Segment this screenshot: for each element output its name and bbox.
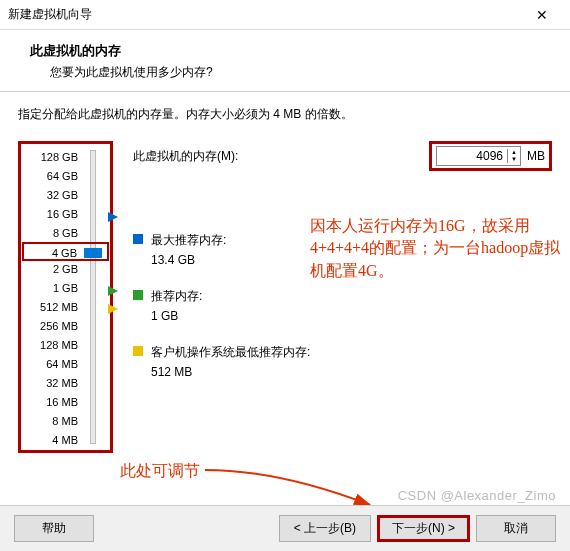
green-square-icon [133, 290, 143, 300]
spin-up-icon[interactable]: ▲ [508, 149, 520, 156]
annotation-config: 因本人运行内存为16G，故采用4+4+4+4的配置；为一台hadoop虚拟机配置… [310, 215, 570, 282]
annotation-adjust: 此处可调节 [120, 460, 200, 482]
close-icon[interactable]: ✕ [522, 7, 562, 23]
max-rec-label: 最大推荐内存: [151, 231, 226, 249]
tick-32mb: 32 MB [23, 374, 108, 393]
min-recommendation: 客户机操作系统最低推荐内存: 512 MB [133, 343, 552, 381]
tick-128mb: 128 MB [23, 336, 108, 355]
tick-64gb: 64 GB [23, 167, 108, 186]
tick-2gb: 2 GB [23, 260, 108, 279]
page-subtitle: 您要为此虚拟机使用多少内存? [50, 64, 540, 81]
memory-label: 此虚拟机的内存(M): [133, 148, 429, 165]
tick-8mb: 8 MB [23, 412, 108, 431]
memory-input[interactable]: ▲ ▼ [436, 146, 521, 166]
spin-down-icon[interactable]: ▼ [508, 156, 520, 163]
min-marker-icon [108, 304, 118, 314]
tick-256mb: 256 MB [23, 317, 108, 336]
blue-square-icon [133, 234, 143, 244]
back-button[interactable]: < 上一步(B) [279, 515, 371, 542]
rec-label: 推荐内存: [151, 287, 202, 305]
memory-details: 此虚拟机的内存(M): ▲ ▼ MB 最大推荐内存: [133, 141, 552, 453]
tick-32gb: 32 GB [23, 186, 108, 205]
footer: 帮助 < 上一步(B) 下一步(N) > 取消 [0, 505, 570, 551]
slider-ticks: 128 GB 64 GB 32 GB 16 GB 8 GB 4 GB 2 GB … [23, 148, 108, 450]
yellow-square-icon [133, 346, 143, 356]
rec-value: 1 GB [151, 307, 202, 325]
help-button[interactable]: 帮助 [14, 515, 94, 542]
min-rec-label: 客户机操作系统最低推荐内存: [151, 343, 310, 361]
page-title: 此虚拟机的内存 [30, 42, 540, 60]
tick-4mb: 4 MB [23, 431, 108, 450]
wizard-header: 此虚拟机的内存 您要为此虚拟机使用多少内存? [0, 30, 570, 92]
watermark: CSDN @Alexander_Zimo [398, 488, 556, 503]
memory-slider[interactable]: 128 GB 64 GB 32 GB 16 GB 8 GB 4 GB 2 GB … [18, 141, 113, 453]
tick-64mb: 64 MB [23, 355, 108, 374]
memory-field[interactable] [437, 147, 507, 165]
window-title: 新建虚拟机向导 [8, 6, 522, 23]
memory-spinner[interactable]: ▲ ▼ [507, 149, 520, 163]
memory-slider-column: 128 GB 64 GB 32 GB 16 GB 8 GB 4 GB 2 GB … [18, 141, 113, 453]
tick-8gb: 8 GB [23, 224, 108, 243]
memory-unit: MB [527, 149, 545, 163]
tick-128gb: 128 GB [23, 148, 108, 167]
max-marker-icon [108, 212, 118, 222]
max-rec-value: 13.4 GB [151, 251, 226, 269]
min-rec-value: 512 MB [151, 363, 310, 381]
tick-512mb: 512 MB [23, 298, 108, 317]
tick-1gb: 1 GB [23, 279, 108, 298]
titlebar: 新建虚拟机向导 ✕ [0, 0, 570, 30]
cancel-button[interactable]: 取消 [476, 515, 556, 542]
arrow-icon [200, 460, 400, 510]
rec-marker-icon [108, 286, 118, 296]
instruction-text: 指定分配给此虚拟机的内存量。内存大小必须为 4 MB 的倍数。 [18, 106, 552, 123]
recommendation: 推荐内存: 1 GB [133, 287, 552, 325]
next-button[interactable]: 下一步(N) > [377, 515, 470, 542]
tick-16gb: 16 GB [23, 205, 108, 224]
tick-16mb: 16 MB [23, 393, 108, 412]
memory-input-highlight: ▲ ▼ MB [429, 141, 552, 171]
slider-thumb[interactable] [84, 248, 102, 258]
